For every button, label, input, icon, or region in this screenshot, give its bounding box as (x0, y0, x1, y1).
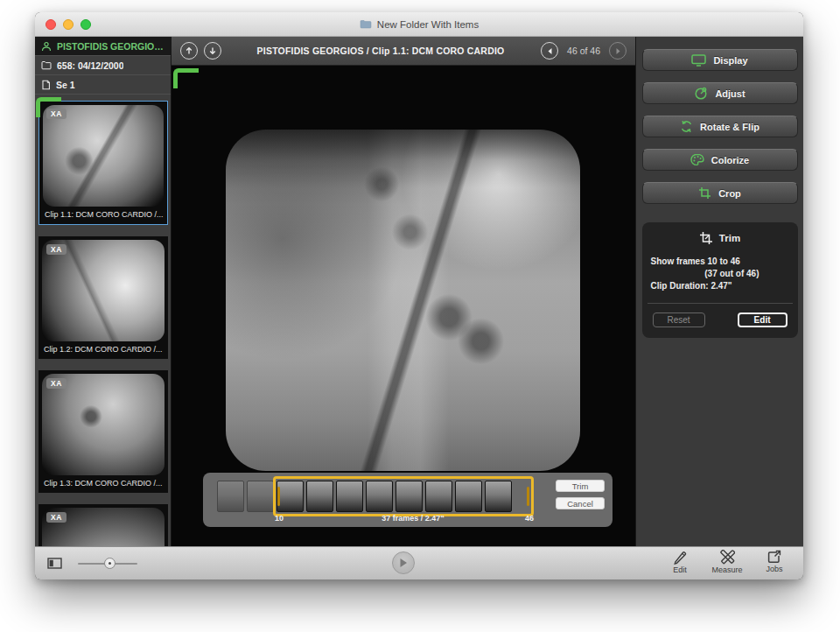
thumbnail-clip-1-1[interactable]: Clip 1.1: DCM CORO CARDIO /... XA (38, 101, 168, 225)
measure-tool-button[interactable]: Measure (709, 550, 746, 574)
colorize-button[interactable]: Colorize (642, 149, 798, 171)
trim-summary: 37 frames / 2.47" (308, 514, 518, 523)
xray-image (226, 130, 580, 471)
thumbnail-image (42, 374, 164, 475)
thumbnail-caption: Clip 1.1: DCM CORO CARDIO /... (43, 207, 164, 221)
display-button-label: Display (713, 55, 747, 66)
close-window-button[interactable] (46, 19, 56, 30)
filmstrip-frame[interactable] (247, 481, 274, 512)
trim-frames-count: (37 out of 46) (651, 268, 789, 280)
filmstrip-buttons: Trim Cancel (556, 480, 605, 509)
trim-start-frame: 10 (275, 514, 284, 523)
trim-edit-button[interactable]: Edit (738, 312, 788, 327)
zoom-window-button[interactable] (80, 19, 91, 30)
display-button[interactable]: Display (642, 49, 798, 71)
series-label: Se 1 (56, 80, 75, 90)
previous-frame-button[interactable] (541, 42, 558, 60)
content-area: PISTOFIDIS GEORGIOS... 658: 04/12/2000 S… (35, 37, 803, 546)
rotate-icon (680, 120, 693, 133)
adjust-button[interactable]: Adjust (642, 82, 798, 104)
study-label: 658: 04/12/2000 (57, 60, 123, 71)
trim-end-frame: 46 (525, 514, 534, 523)
viewer-toolbar: PISTOFIDIS GEORGIOS / Clip 1.1: DCM CORO… (172, 37, 635, 66)
trim-icon (699, 231, 713, 245)
prev-series-button[interactable] (180, 42, 198, 60)
trim-handle-left[interactable] (277, 487, 280, 506)
patient-name: PISTOFIDIS GEORGIOS... (57, 41, 164, 52)
modality-badge: XA (46, 512, 66, 523)
filmstrip-frame[interactable] (217, 481, 244, 512)
adjust-button-label: Adjust (715, 88, 745, 99)
tools-panel: Display Adjust Rotate & Flip Colorize (635, 37, 803, 546)
main-area: PISTOFIDIS GEORGIOS / Clip 1.1: DCM CORO… (172, 37, 635, 546)
jobs-tool-label: Jobs (766, 565, 782, 573)
trim-reset-button[interactable]: Reset (653, 312, 705, 327)
sidebar-item-study[interactable]: 658: 04/12/2000 (35, 56, 171, 75)
window-title: New Folder With Items (360, 19, 479, 30)
slider-thumb[interactable] (104, 558, 116, 569)
series-film-icon (41, 80, 51, 90)
thumbnail-clip-1-4[interactable]: XA (38, 504, 168, 546)
crop-button-label: Crop (718, 188, 741, 199)
trim-confirm-button[interactable]: Trim (556, 480, 605, 492)
rotate-flip-button-label: Rotate & Flip (700, 122, 760, 132)
trim-panel: Trim Show frames 10 to 46 (37 out of 46)… (642, 222, 798, 338)
thumbnail-clip-1-3[interactable]: Clip 1.3: DCM CORO CARDIO /... XA (38, 370, 168, 493)
sidebar-toggle-icon[interactable] (47, 558, 62, 569)
modality-badge: XA (46, 244, 66, 255)
thumbnail-size-controls (47, 558, 137, 570)
next-frame-button[interactable] (609, 42, 626, 60)
thumbnail-image (43, 105, 164, 207)
thumbnail-image (42, 240, 164, 341)
thumbnail-size-slider[interactable] (78, 558, 137, 570)
viewer-title: PISTOFIDIS GEORGIOS / Clip 1.1: DCM CORO… (228, 46, 534, 56)
titlebar: New Folder With Items (35, 12, 803, 37)
play-icon (399, 558, 408, 568)
display-icon (691, 54, 706, 67)
thumbnail-list: Clip 1.1: DCM CORO CARDIO /... XA Clip 1… (35, 95, 171, 546)
trim-panel-divider (648, 303, 793, 304)
bottom-tools: Edit Measure Jobs (662, 550, 793, 574)
arrow-left-icon (546, 47, 554, 55)
folder-icon (360, 19, 372, 29)
pencil-icon (673, 550, 687, 565)
arrow-right-icon (614, 47, 622, 55)
crop-button[interactable]: Crop (642, 182, 798, 204)
next-series-button[interactable] (204, 42, 221, 60)
active-pane-bracket (173, 68, 199, 88)
measure-rulers-icon (720, 550, 735, 565)
arrow-down-icon (208, 46, 217, 55)
trim-handle-right[interactable] (527, 487, 529, 506)
frame-navigation: 46 of 46 (541, 42, 626, 60)
edit-tool-button[interactable]: Edit (662, 550, 698, 574)
trim-cancel-button[interactable]: Cancel (556, 497, 605, 509)
trim-panel-title: Trim (719, 233, 740, 243)
modality-badge: XA (46, 378, 66, 389)
arrow-up-icon (185, 46, 193, 55)
jobs-tool-button[interactable]: Jobs (756, 550, 793, 574)
thumbnail-caption: Clip 1.2: DCM CORO CARDIO /... (42, 341, 164, 355)
rotate-flip-button[interactable]: Rotate & Flip (642, 116, 798, 137)
colorize-button-label: Colorize (711, 155, 749, 165)
active-pane-bracket (36, 97, 61, 117)
adjust-icon (694, 87, 708, 100)
palette-icon (690, 153, 704, 166)
image-viewport[interactable]: 10 37 frames / 2.47" 46 Trim Cancel (172, 66, 635, 546)
study-folder-icon (41, 60, 52, 70)
measure-tool-label: Measure (711, 565, 742, 574)
play-button[interactable] (392, 551, 415, 574)
minimize-window-button[interactable] (63, 19, 74, 30)
trim-filmstrip: 10 37 frames / 2.47" 46 Trim Cancel (203, 473, 612, 527)
sidebar-item-patient[interactable]: PISTOFIDIS GEORGIOS... (35, 37, 171, 56)
edit-tool-label: Edit (673, 565, 687, 574)
thumbnail-clip-1-2[interactable]: Clip 1.2: DCM CORO CARDIO /... XA (38, 236, 168, 359)
window-title-text: New Folder With Items (377, 19, 479, 30)
bottom-bar: Edit Measure Jobs (35, 546, 803, 579)
trim-frames-range: Show frames 10 to 46 (651, 256, 789, 268)
trim-panel-header: Trim (651, 231, 789, 245)
trim-selection[interactable] (273, 476, 534, 516)
sidebar: PISTOFIDIS GEORGIOS... 658: 04/12/2000 S… (35, 37, 172, 546)
export-icon (767, 550, 781, 564)
frame-counter: 46 of 46 (567, 46, 600, 56)
sidebar-item-series[interactable]: Se 1 (35, 75, 171, 95)
